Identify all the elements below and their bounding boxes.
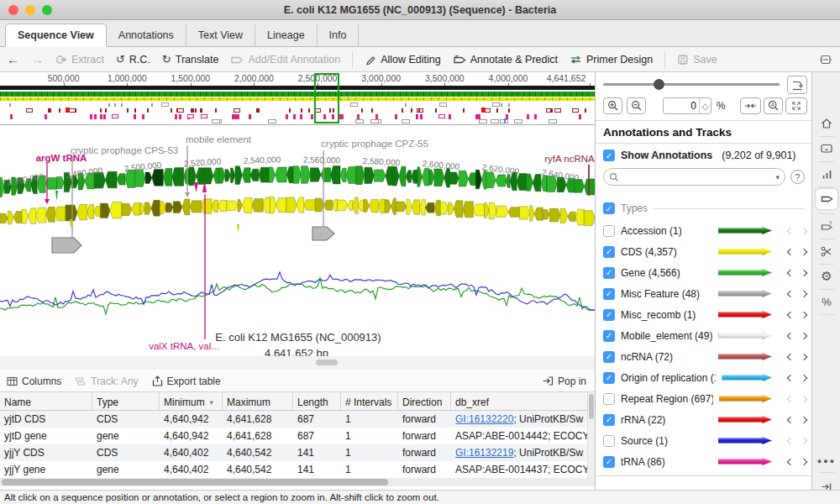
- annotation-label[interactable]: ryfA ncRNA: [544, 154, 594, 164]
- column-header-type[interactable]: Type: [92, 392, 160, 410]
- identity-graph-button[interactable]: %: [815, 291, 838, 312]
- next-annotation-button[interactable]: [801, 290, 807, 297]
- pop-in-button[interactable]: Pop in: [542, 375, 586, 387]
- db-xref-link[interactable]: GI:16132220: [455, 413, 513, 425]
- zoom-window-button[interactable]: [42, 5, 52, 15]
- annotate-predict-button[interactable]: Annotate & Predict: [453, 54, 558, 66]
- next-annotation-button[interactable]: [801, 437, 807, 444]
- save-button[interactable]: Save: [677, 54, 717, 66]
- table-row[interactable]: yjjY genegene4,640,4024,640,5421411forwa…: [0, 461, 595, 478]
- db-xref-link[interactable]: GI:16132219: [455, 447, 513, 459]
- previous-annotation-button[interactable]: [787, 395, 794, 402]
- fit-to-width-button[interactable]: [740, 97, 761, 114]
- translate-button[interactable]: ↻ Translate: [162, 53, 219, 66]
- tab-sequence-view[interactable]: Sequence View: [5, 24, 107, 47]
- type-checkbox-trna[interactable]: ✓: [603, 456, 615, 468]
- previous-annotation-button[interactable]: [787, 332, 794, 339]
- export-table-button[interactable]: Export table: [152, 375, 221, 387]
- zoom-slider[interactable]: [603, 83, 780, 86]
- genome-overview-panel[interactable]: 500,0001,000,0001,500,0002,000,0002,500,…: [0, 72, 595, 125]
- column-header-direction[interactable]: Direction: [398, 392, 451, 410]
- column-header-name[interactable]: Name: [0, 392, 92, 410]
- type-checkbox-misc-recomb[interactable]: ✓: [603, 309, 615, 321]
- annotation-label[interactable]: cryptic prophage CPZ-55: [321, 139, 428, 149]
- previous-annotation-button[interactable]: [787, 290, 794, 297]
- next-annotation-button[interactable]: [801, 458, 807, 465]
- previous-annotation-button[interactable]: [787, 269, 794, 276]
- previous-annotation-button[interactable]: [787, 416, 794, 423]
- extract-button[interactable]: Extract: [55, 54, 104, 66]
- minimize-window-button[interactable]: [25, 5, 35, 15]
- next-annotation-button[interactable]: [801, 395, 807, 402]
- forward-button[interactable]: →: [31, 52, 44, 66]
- type-checkbox-misc-feature[interactable]: ✓: [603, 288, 615, 300]
- type-checkbox-repeat-region[interactable]: [603, 393, 615, 405]
- toolbar-options-button[interactable]: [818, 54, 833, 66]
- wrap-sequence-button[interactable]: [787, 76, 807, 94]
- reverse-complement-button[interactable]: ↺ R.C.: [116, 53, 150, 66]
- zoom-in-button[interactable]: [603, 97, 622, 114]
- annotation-label[interactable]: cryptic prophage CPS-53: [71, 145, 178, 155]
- type-checkbox-origin-of-replication[interactable]: ✓: [603, 372, 615, 384]
- type-checkbox-ncrna[interactable]: ✓: [603, 351, 615, 363]
- table-row[interactable]: yjtD CDSCDS4,640,9424,641,6286871forward…: [0, 411, 595, 428]
- tab-annotations[interactable]: Annotations: [107, 24, 186, 46]
- restriction-sites-button[interactable]: [815, 240, 838, 262]
- sequence-horizontal-scrollbar[interactable]: [0, 356, 595, 370]
- column-header-maximum[interactable]: Maximum: [223, 392, 293, 410]
- add-edit-annotation-button[interactable]: Add/Edit Annotation: [230, 54, 340, 66]
- annotate-predict-tab-button[interactable]: ?: [815, 215, 838, 237]
- table-row[interactable]: yjjY CDSCDS4,640,4024,640,5421411forward…: [0, 444, 595, 461]
- back-button[interactable]: ←: [7, 52, 19, 66]
- display-options-button[interactable]: [815, 138, 838, 160]
- column-header--intervals[interactable]: # Intervals: [341, 392, 398, 410]
- previous-annotation-button[interactable]: [787, 311, 794, 318]
- type-checkbox-source[interactable]: [603, 435, 615, 447]
- next-annotation-button[interactable]: [801, 374, 807, 381]
- next-annotation-button[interactable]: [801, 353, 807, 360]
- column-header-length[interactable]: Length: [293, 392, 341, 410]
- next-annotation-button[interactable]: [801, 269, 807, 276]
- zoom-to-selection-button[interactable]: A: [764, 97, 783, 114]
- previous-annotation-button[interactable]: [787, 458, 794, 465]
- column-header-db-xref[interactable]: db_xref: [451, 392, 595, 410]
- previous-annotation-button[interactable]: [787, 374, 794, 381]
- scrollbar-handle[interactable]: [589, 394, 594, 419]
- scrollbar-handle[interactable]: [316, 360, 338, 365]
- scrollbar-handle[interactable]: [2, 479, 388, 486]
- allow-editing-button[interactable]: Allow Editing: [365, 54, 441, 66]
- sequence-main-view[interactable]: E. coli K12 MG1655 (NC_000913) 4,641,652…: [0, 125, 595, 370]
- tab-text-view[interactable]: Text View: [186, 24, 255, 46]
- zoom-percent-input[interactable]: 0 ◇: [663, 97, 711, 114]
- table-vertical-scrollbar[interactable]: [587, 392, 595, 478]
- zoom-out-button[interactable]: [627, 97, 646, 114]
- primer-design-button[interactable]: Primer Design: [570, 54, 653, 66]
- tab-lineage[interactable]: Lineage: [255, 24, 318, 46]
- zoom-slider-knob[interactable]: [654, 79, 664, 90]
- zoom-stepper[interactable]: ◇: [699, 98, 711, 113]
- next-annotation-button[interactable]: [801, 311, 807, 318]
- next-annotation-button[interactable]: [801, 332, 807, 339]
- full-zoom-button[interactable]: [785, 97, 807, 114]
- next-annotation-button[interactable]: [801, 416, 807, 423]
- graphs-options-button[interactable]: [815, 163, 838, 185]
- types-checkbox[interactable]: ✓: [603, 202, 615, 214]
- general-options-button[interactable]: [815, 113, 838, 134]
- more-options-button[interactable]: ●●●: [815, 450, 838, 472]
- next-annotation-button[interactable]: [801, 248, 807, 255]
- type-checkbox-gene[interactable]: ✓: [603, 267, 615, 279]
- column-header-minimum[interactable]: Minimum▼: [160, 392, 223, 410]
- previous-annotation-button[interactable]: [787, 353, 794, 360]
- annotations-tracks-tab-button[interactable]: [815, 188, 838, 210]
- tab-info[interactable]: Info: [318, 24, 360, 46]
- table-row[interactable]: yjtD genegene4,640,9424,641,6286871forwa…: [0, 428, 595, 444]
- annotation-label[interactable]: mobile element: [186, 134, 251, 144]
- show-annotations-checkbox[interactable]: ✓: [603, 150, 615, 161]
- next-annotation-button[interactable]: [801, 227, 807, 234]
- annotation-search-input[interactable]: ▾: [603, 168, 785, 186]
- track-filter-button[interactable]: Track: Any: [75, 375, 138, 387]
- type-checkbox-rrna[interactable]: ✓: [603, 414, 615, 426]
- overview-selection-box[interactable]: [314, 73, 339, 123]
- advanced-settings-button[interactable]: ⚙: [815, 265, 838, 287]
- annotation-label[interactable]: valX tRNA, val...: [149, 341, 219, 351]
